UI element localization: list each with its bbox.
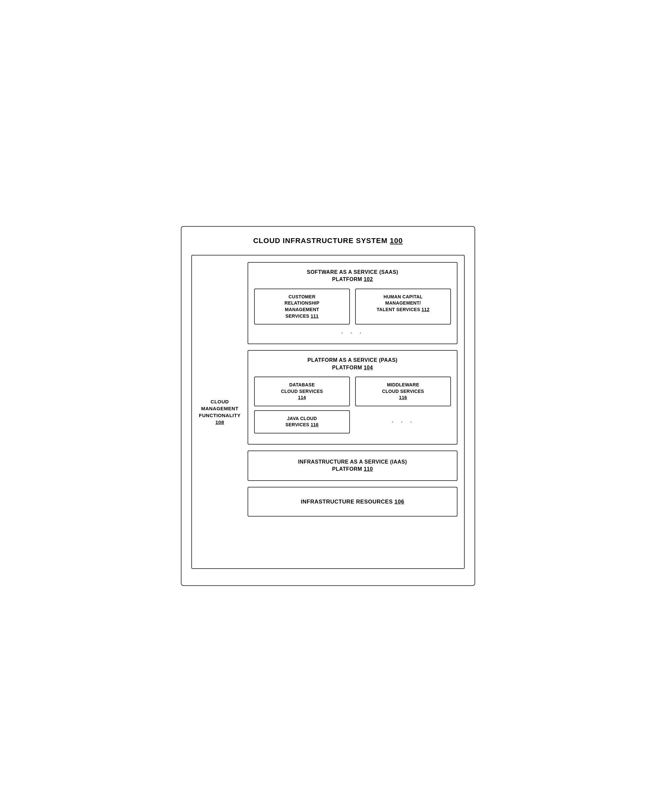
- hcm-service-box: HUMAN CAPITAL MANAGEMENT/ TALENT SERVICE…: [355, 288, 451, 325]
- paas-platform-box: PLATFORM AS A SERVICE (PAAS) PLATFORM 10…: [248, 350, 458, 445]
- left-panel: CLOUD MANAGEMENT FUNCTIONALITY 108: [198, 262, 241, 562]
- saas-dots: · · ·: [254, 329, 451, 337]
- right-panel: SOFTWARE AS A SERVICE (SAAS) PLATFORM 10…: [248, 262, 458, 562]
- saas-platform-box: SOFTWARE AS A SERVICE (SAAS) PLATFORM 10…: [248, 262, 458, 344]
- iaas-platform-box: INFRASTRUCTURE AS A SERVICE (IAAS) PLATF…: [248, 451, 458, 481]
- crm-service-box: CUSTOMER RELATIONSHIP MANAGEMENT SERVICE…: [254, 288, 350, 325]
- java-service-box: JAVA CLOUD SERVICES 116: [254, 410, 350, 434]
- paas-dots: · · ·: [355, 417, 451, 426]
- page-container: CLOUD INFRASTRUCTURE SYSTEM 100 CLOUD MA…: [181, 226, 475, 586]
- saas-platform-title: SOFTWARE AS A SERVICE (SAAS) PLATFORM 10…: [254, 269, 451, 283]
- db-service-box: DATABASE CLOUD SERVICES 114: [254, 377, 350, 406]
- infra-resources-box: INFRASTRUCTURE RESOURCES 106: [248, 487, 458, 517]
- outer-box: CLOUD MANAGEMENT FUNCTIONALITY 108 SOFTW…: [191, 255, 465, 569]
- paas-services-row-top: DATABASE CLOUD SERVICES 114 MIDDLEWARE C…: [254, 377, 451, 406]
- paas-services-row-bottom: JAVA CLOUD SERVICES 116 · · ·: [254, 410, 451, 434]
- saas-services-row: CUSTOMER RELATIONSHIP MANAGEMENT SERVICE…: [254, 288, 451, 325]
- iaas-platform-title: INFRASTRUCTURE AS A SERVICE (IAAS) PLATF…: [254, 458, 451, 473]
- paas-platform-title: PLATFORM AS A SERVICE (PAAS) PLATFORM 10…: [254, 356, 451, 371]
- main-title-ref: 100: [390, 237, 403, 245]
- middleware-service-box: MIDDLEWARE CLOUD SERVICES 116: [355, 377, 451, 406]
- infra-resources-title: INFRASTRUCTURE RESOURCES 106: [254, 498, 451, 506]
- main-title-text: CLOUD INFRASTRUCTURE SYSTEM: [253, 237, 388, 245]
- main-title: CLOUD INFRASTRUCTURE SYSTEM 100: [191, 237, 465, 245]
- cloud-management-label: CLOUD MANAGEMENT FUNCTIONALITY 108: [199, 398, 240, 426]
